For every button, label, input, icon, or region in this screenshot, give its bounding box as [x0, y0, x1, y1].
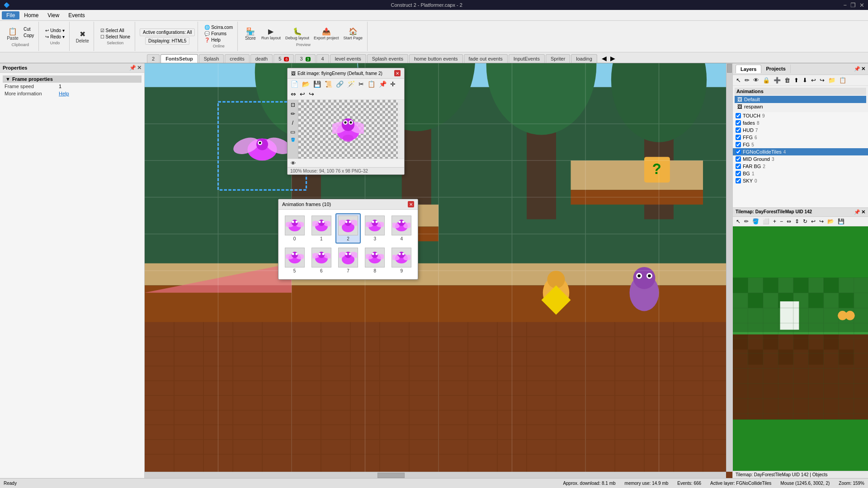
layer-fades[interactable]: fades 8 — [733, 119, 868, 127]
tilemap-rotate-icon[interactable]: ↻ — [802, 218, 809, 225]
projects-tab[interactable]: Projects — [761, 65, 790, 73]
tab-death[interactable]: death — [250, 54, 273, 63]
layer-sky-checkbox[interactable] — [736, 178, 741, 183]
layers-pin-button[interactable]: 📌 — [854, 66, 860, 72]
layer-select-icon[interactable]: ↖ — [735, 76, 742, 84]
layer-folder-icon[interactable]: 📁 — [827, 76, 837, 84]
tilemap-canvas[interactable] — [733, 226, 868, 471]
layer-pencil-icon[interactable]: ✏ — [743, 76, 751, 84]
tab-5[interactable]: 5 6 — [274, 54, 294, 63]
layer-undo3-icon[interactable]: ↩ — [810, 76, 817, 84]
canvas-scrollbar-h[interactable] — [145, 472, 726, 478]
tilemap-undo4-icon[interactable]: ↩ — [810, 218, 817, 225]
ie-redo2-icon[interactable]: ↪ — [307, 89, 316, 99]
frame-item-5[interactable]: 5 — [282, 245, 307, 276]
menu-file[interactable]: File — [2, 11, 19, 19]
anim-item-default[interactable]: 🖼 Default — [735, 96, 866, 103]
undo-button[interactable]: ↩ Undo ▾ — [43, 28, 66, 33]
layer-midground[interactable]: MID Ground 3 — [733, 155, 868, 163]
tilemap-hflip-icon[interactable]: ⇔ — [785, 218, 793, 225]
delete-button[interactable]: ✖ Delete — [74, 29, 91, 44]
menu-events[interactable]: Events — [64, 11, 90, 19]
tool-pencil[interactable]: ✏ — [290, 110, 296, 118]
layer-delete-icon[interactable]: 🗑 — [783, 76, 792, 84]
layer-fgnocollide[interactable]: FGNoCollideTiles 4 — [733, 148, 868, 155]
export-button[interactable]: 📤 Export project — [312, 26, 341, 42]
store-button[interactable]: 🏪 Store — [242, 26, 259, 42]
tilemap-vflip-icon[interactable]: ⇕ — [793, 218, 801, 225]
tab-3[interactable]: 3 3 — [295, 54, 315, 63]
layer-fg[interactable]: FG 5 — [733, 141, 868, 148]
active-config-select[interactable]: Active configurations: All — [140, 28, 195, 36]
tool-rect[interactable]: ▭ — [289, 128, 296, 136]
tilemap-pin-button[interactable]: 📌 — [854, 209, 860, 215]
ie-link-icon[interactable]: 🔗 — [335, 80, 345, 89]
tab-input-events[interactable]: InputEvents — [509, 54, 545, 63]
scroll-thumb-h[interactable] — [377, 473, 405, 478]
properties-pin-button[interactable]: 📌 — [129, 65, 136, 71]
anim-frames-close-button[interactable]: ✕ — [408, 201, 414, 207]
select-all-button[interactable]: ☑ Select All — [99, 28, 132, 33]
ie-save-icon[interactable]: 💾 — [312, 80, 322, 89]
tilemap-zoom-out-icon[interactable]: − — [778, 218, 784, 225]
layer-farbg[interactable]: FAR BG 2 — [733, 163, 868, 170]
ie-bottom-tool1[interactable]: 👁 — [289, 160, 297, 166]
tool-select[interactable]: ⊡ — [290, 101, 296, 109]
tilemap-eraser-icon[interactable]: ⬜ — [761, 218, 771, 225]
image-editor-canvas[interactable] — [298, 100, 398, 159]
layer-bg-checkbox[interactable] — [736, 171, 741, 176]
ie-cut-icon[interactable]: ✂ — [357, 80, 365, 89]
layer-ffg-checkbox[interactable] — [736, 135, 741, 140]
layer-lock-icon[interactable]: 🔒 — [761, 76, 771, 84]
ie-move-icon[interactable]: ✛ — [389, 80, 397, 89]
tool-fill[interactable]: 🪣 — [290, 137, 296, 143]
layer-up-icon[interactable]: ⬆ — [793, 76, 800, 84]
frame-item-6[interactable]: 6 — [309, 245, 334, 276]
layers-tab[interactable]: Layers — [736, 65, 761, 73]
layer-ffg[interactable]: FFG 6 — [733, 134, 868, 141]
canvas-scrollbar-v[interactable] — [726, 63, 732, 472]
frame-item-9[interactable]: 9 — [389, 245, 414, 276]
tab-splash[interactable]: Splash — [199, 54, 224, 63]
tilemap-pencil-icon[interactable]: ✏ — [743, 218, 750, 225]
tab-fontssetup[interactable]: FontsSetup — [160, 54, 198, 63]
tab-loading[interactable]: loading — [571, 54, 597, 63]
tab-level-events[interactable]: level events — [330, 54, 366, 63]
layer-sky[interactable]: SKY 0 — [733, 177, 868, 184]
layer-copy3-icon[interactable]: 📋 — [838, 76, 848, 84]
ie-script-icon[interactable]: 📜 — [323, 80, 334, 89]
redo-button[interactable]: ↪ Redo ▾ — [43, 34, 66, 40]
layer-touch-checkbox[interactable] — [736, 113, 741, 118]
ie-flip-icon[interactable]: ⇔ — [289, 89, 297, 99]
debug-layout-button[interactable]: 🐛 Debug layout — [283, 26, 311, 42]
layer-hud[interactable]: HUD 7 — [733, 127, 868, 134]
frame-item-0[interactable]: 0 — [282, 213, 307, 244]
tilemap-close-button[interactable]: ✕ — [861, 209, 865, 215]
tilemap-select-icon[interactable]: ↖ — [735, 218, 742, 225]
select-none-button[interactable]: ☐ Select None — [99, 34, 132, 40]
layer-down-icon[interactable]: ⬇ — [801, 76, 809, 84]
minimize-button[interactable]: − — [843, 2, 847, 9]
close-button[interactable]: ✕ — [859, 2, 864, 9]
frame-properties-section[interactable]: ▼ Frame properties — [3, 75, 142, 83]
tilemap-folder2-icon[interactable]: 📂 — [826, 218, 835, 225]
tab-spriter[interactable]: Spriter — [546, 54, 570, 63]
tab-4[interactable]: 4 — [316, 54, 329, 63]
help-link[interactable]: Help — [59, 91, 69, 96]
frame-item-4[interactable]: 4 — [389, 213, 414, 244]
scirra-button[interactable]: 🌐 Scirra.com — [203, 24, 235, 30]
tab-2[interactable]: 2 — [147, 54, 160, 63]
menu-home[interactable]: Home — [19, 11, 43, 19]
frame-item-1[interactable]: 1 — [309, 213, 334, 244]
tilemap-save2-icon[interactable]: 💾 — [836, 218, 846, 225]
start-page-button[interactable]: 🏠 Start Page — [342, 26, 365, 42]
ie-wand-icon[interactable]: 🪄 — [346, 80, 356, 89]
help-button[interactable]: ❓ Help — [203, 37, 235, 43]
canvas-area[interactable]: ? — [145, 63, 732, 478]
layer-hud-checkbox[interactable] — [736, 127, 741, 133]
tab-credits[interactable]: credits — [225, 54, 249, 63]
image-editor-close-button[interactable]: ✕ — [394, 70, 401, 76]
ie-copy2-icon[interactable]: 📋 — [366, 80, 377, 89]
tilemap-zoom-in-icon[interactable]: + — [772, 218, 778, 225]
frame-item-2[interactable]: 2 — [335, 213, 360, 244]
